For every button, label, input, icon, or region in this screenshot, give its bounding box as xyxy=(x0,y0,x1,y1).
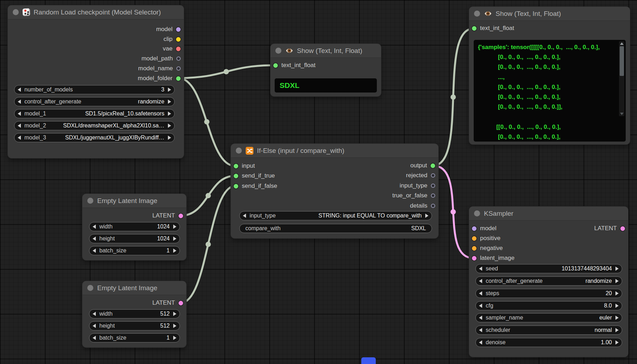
decrement-arrow-icon[interactable] xyxy=(479,340,482,345)
node-show-text[interactable]: Show (Text, Int, Float) text_int_float S… xyxy=(270,44,381,96)
widget-input-type[interactable]: input_type STRING: input EQUAL TO compar… xyxy=(239,211,432,220)
node-titlebar[interactable]: Empty Latent Image xyxy=(82,194,186,208)
port-negative[interactable] xyxy=(472,246,477,251)
port-model-name[interactable] xyxy=(176,66,181,71)
decrement-arrow-icon[interactable] xyxy=(479,304,482,308)
node-titlebar[interactable]: Empty Latent Image xyxy=(82,281,186,295)
port-model-path[interactable] xyxy=(176,56,181,61)
widget-model-2[interactable]: model_2 SDXL/dreamshaperXL_alpha2Xl10.sa… xyxy=(14,121,175,130)
widget-scheduler[interactable]: scheduler normal xyxy=(475,326,622,335)
port-latent[interactable] xyxy=(179,301,183,305)
increment-arrow-icon[interactable] xyxy=(615,340,619,345)
node-if-else[interactable]: If-Else (input / compare_with) input sen… xyxy=(231,144,438,238)
widget-control-after-generate[interactable]: control_after_generate randomize xyxy=(475,276,622,286)
port-rejected[interactable] xyxy=(431,173,435,178)
scrollbar-track[interactable] xyxy=(619,41,624,116)
widget-model-3[interactable]: model_3 SDXL/juggernautXL_juggXIByRundif… xyxy=(14,133,175,142)
decrement-arrow-icon[interactable] xyxy=(93,249,96,253)
widget-batch-size[interactable]: batch_size 1 xyxy=(89,246,180,255)
increment-arrow-icon[interactable] xyxy=(168,100,171,104)
decrement-arrow-icon[interactable] xyxy=(479,279,482,283)
port-positive[interactable] xyxy=(472,236,477,241)
widget-batch-size[interactable]: batch_size 1 xyxy=(89,333,180,342)
increment-arrow-icon[interactable] xyxy=(173,249,176,253)
increment-arrow-icon[interactable] xyxy=(173,225,176,229)
increment-arrow-icon[interactable] xyxy=(168,112,171,116)
text-display-area[interactable]: SDXL xyxy=(275,78,377,93)
increment-arrow-icon[interactable] xyxy=(168,124,171,128)
port-vae[interactable] xyxy=(176,47,181,51)
widget-compare-with[interactable]: compare_with SDXL xyxy=(239,224,432,233)
decrement-arrow-icon[interactable] xyxy=(93,225,96,229)
increment-arrow-icon[interactable] xyxy=(173,237,176,241)
widget-width[interactable]: width 512 xyxy=(89,309,180,318)
widget-control-after-generate[interactable]: control_after_generate randomize xyxy=(14,97,175,106)
port-output[interactable] xyxy=(431,163,435,168)
widget-height[interactable]: height 512 xyxy=(89,321,180,330)
scroll-up-icon[interactable] xyxy=(620,42,624,45)
port-true-or-false[interactable] xyxy=(431,193,435,198)
increment-arrow-icon[interactable] xyxy=(168,136,171,140)
collapse-dot[interactable] xyxy=(474,11,480,17)
increment-arrow-icon[interactable] xyxy=(173,312,176,316)
scrollbar-thumb[interactable] xyxy=(620,46,624,76)
widget-denoise[interactable]: denoise 1.00 xyxy=(475,338,622,347)
node-titlebar[interactable]: If-Else (input / compare_with) xyxy=(231,144,438,158)
port-model-folder[interactable] xyxy=(176,76,181,81)
increment-arrow-icon[interactable] xyxy=(615,291,619,296)
widget-sampler-name[interactable]: sampler_name euler xyxy=(475,313,622,322)
increment-arrow-icon[interactable] xyxy=(615,267,619,271)
tensor-display-area[interactable]: {'samples': tensor([[[[0., 0., 0., ..., … xyxy=(474,40,626,142)
port-text-int-float[interactable] xyxy=(273,63,278,68)
port-text-int-float[interactable] xyxy=(472,26,477,31)
decrement-arrow-icon[interactable] xyxy=(93,324,96,328)
scroll-down-icon[interactable] xyxy=(620,113,624,115)
port-latent-image[interactable] xyxy=(472,256,477,261)
port-latent[interactable] xyxy=(179,214,183,218)
collapse-dot[interactable] xyxy=(275,48,281,54)
port-details[interactable] xyxy=(431,204,435,208)
node-titlebar[interactable]: Random Load checkpoint (Model Selector) xyxy=(8,5,184,19)
decrement-arrow-icon[interactable] xyxy=(479,328,482,332)
decrement-arrow-icon[interactable] xyxy=(243,214,246,218)
decrement-arrow-icon[interactable] xyxy=(18,88,21,92)
node-ksampler[interactable]: KSampler model positive negative latent_… xyxy=(469,207,628,357)
collapse-dot[interactable] xyxy=(13,9,19,15)
offscreen-node-fragment[interactable] xyxy=(361,357,376,364)
collapse-dot[interactable] xyxy=(474,210,480,216)
decrement-arrow-icon[interactable] xyxy=(479,291,482,296)
increment-arrow-icon[interactable] xyxy=(425,214,428,218)
port-latent[interactable] xyxy=(620,226,625,231)
widget-height[interactable]: height 1024 xyxy=(89,234,180,243)
decrement-arrow-icon[interactable] xyxy=(18,112,21,116)
decrement-arrow-icon[interactable] xyxy=(18,136,21,140)
node-empty-latent-image-top[interactable]: Empty Latent Image LATENT width 1024 hei… xyxy=(82,194,186,260)
widget-steps[interactable]: steps 20 xyxy=(475,289,622,298)
widget-seed[interactable]: seed 1013137448293404 xyxy=(475,264,622,273)
widget-model-1[interactable]: model_1 SD1.5/picxReal_10.safetensors xyxy=(14,109,175,118)
node-titlebar[interactable]: Show (Text, Int, Float) xyxy=(469,7,630,21)
increment-arrow-icon[interactable] xyxy=(615,304,619,308)
node-show-tensor[interactable]: Show (Text, Int, Float) text_int_float {… xyxy=(469,7,630,144)
increment-arrow-icon[interactable] xyxy=(615,279,619,283)
decrement-arrow-icon[interactable] xyxy=(479,316,482,320)
collapse-dot[interactable] xyxy=(87,198,93,204)
decrement-arrow-icon[interactable] xyxy=(93,237,96,241)
increment-arrow-icon[interactable] xyxy=(615,316,619,320)
node-graph-canvas[interactable]: Random Load checkpoint (Model Selector) … xyxy=(0,0,637,364)
node-titlebar[interactable]: Show (Text, Int, Float) xyxy=(270,44,381,58)
widget-cfg[interactable]: cfg 8.0 xyxy=(475,301,622,310)
widget-number-of-models[interactable]: number_of_models 3 xyxy=(14,85,175,94)
collapse-dot[interactable] xyxy=(87,285,93,291)
port-clip[interactable] xyxy=(176,37,181,42)
decrement-arrow-icon[interactable] xyxy=(93,312,96,316)
increment-arrow-icon[interactable] xyxy=(168,88,171,92)
collapse-dot[interactable] xyxy=(236,148,242,154)
node-titlebar[interactable]: KSampler xyxy=(469,207,628,221)
increment-arrow-icon[interactable] xyxy=(173,336,176,340)
decrement-arrow-icon[interactable] xyxy=(93,336,96,340)
node-empty-latent-image-bottom[interactable]: Empty Latent Image LATENT width 512 heig… xyxy=(82,281,186,347)
decrement-arrow-icon[interactable] xyxy=(479,267,482,271)
decrement-arrow-icon[interactable] xyxy=(18,100,21,104)
node-random-load-checkpoint[interactable]: Random Load checkpoint (Model Selector) … xyxy=(8,5,184,158)
